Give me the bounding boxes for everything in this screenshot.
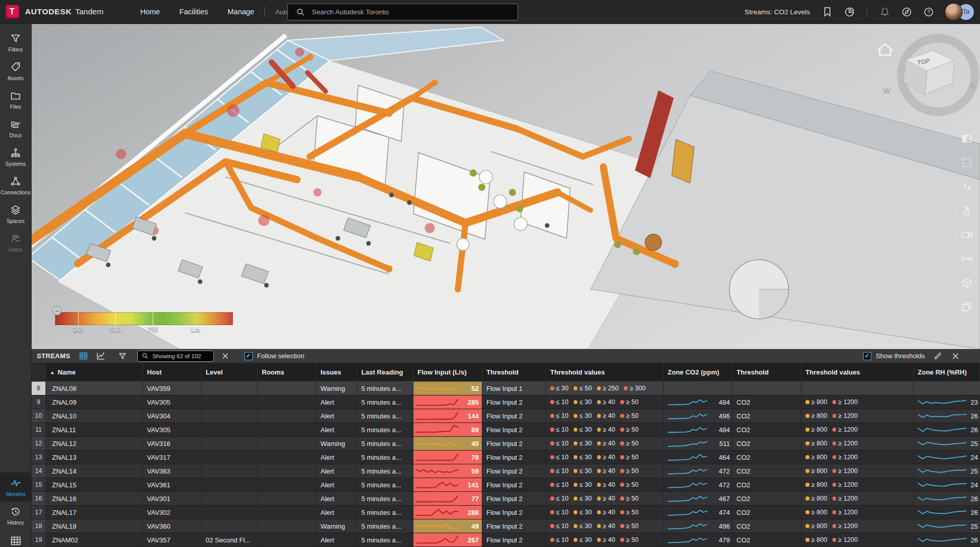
sidebar-item-filters[interactable]: Filters <box>0 28 31 57</box>
sidebar-item-table[interactable] <box>0 530 31 547</box>
pie-chart-icon[interactable] <box>844 6 855 17</box>
sort-asc-icon: ▲ <box>50 370 55 375</box>
legend-collapse-button[interactable]: – <box>52 306 62 315</box>
viewport-3d[interactable]: TOP W S – 265 510 755 L/s ◂ <box>32 24 980 349</box>
camera-button[interactable]: ◂ <box>960 228 973 241</box>
table-row[interactable]: 9 ZNAL09 VAV305 Alert 5 minutes a... 285… <box>32 395 980 409</box>
table-row[interactable]: 8 ZNAL08 VAV359 Warning 5 minutes a... 5… <box>32 382 980 395</box>
threshold-value: ≥ 800 <box>805 481 827 488</box>
measure-button[interactable] <box>960 252 973 265</box>
table-row[interactable]: 13 ZNAL13 VAV317 Alert 5 minutes a... 78… <box>32 451 980 464</box>
clear-search-button[interactable] <box>220 351 231 361</box>
cell-issues: Alert <box>316 533 357 546</box>
sidebar-item-history[interactable]: History <box>0 501 31 530</box>
threshold-dot-icon <box>574 510 578 514</box>
sparkline <box>415 493 458 504</box>
table-row[interactable]: 10 ZNAL10 VAV304 Alert 5 minutes a... 14… <box>32 409 980 423</box>
sidebar-item-streams[interactable]: Streams <box>0 473 31 501</box>
split-view-button[interactable] <box>960 132 973 145</box>
nav-facilities[interactable]: Facilities <box>179 8 208 16</box>
cell-host: VAV301 <box>143 492 202 505</box>
threshold-value: ≥ 40 <box>597 454 616 461</box>
levels-button[interactable] <box>960 300 973 313</box>
threshold-dot-icon <box>574 496 578 501</box>
chart-view-button[interactable] <box>95 351 106 361</box>
threshold-dot-icon <box>550 386 554 390</box>
filter-streams-button[interactable] <box>117 351 128 361</box>
cell-threshold-values: ≤ 10≤ 30≥ 40≥ 50 <box>546 423 664 436</box>
cell-co2-threshold-values: ≥ 800≥ 1200 <box>801 395 914 409</box>
table-row[interactable]: 11 ZNAL11 VAV305 Alert 5 minutes a... 89… <box>32 423 980 437</box>
threshold-dot-icon <box>597 538 601 542</box>
column-header-threshold-values[interactable]: Threshold values <box>546 363 664 381</box>
table-row[interactable]: 16 ZNAL16 VAV301 Alert 5 minutes a... 77… <box>32 492 980 506</box>
column-header-level[interactable]: Level <box>202 363 258 381</box>
cell-threshold-values: ≤ 10≤ 30≥ 40≥ 50 <box>546 464 664 478</box>
column-header-issues[interactable]: Issues <box>316 363 357 381</box>
flyout-arrow-icon: ◂ <box>954 233 956 237</box>
row-number: 17 <box>32 506 46 519</box>
legend-gradient-bar <box>55 312 233 325</box>
marquee-select-button[interactable] <box>960 156 973 169</box>
explore-compass-icon[interactable] <box>901 6 912 17</box>
table-row[interactable]: 14 ZNAL14 VAV363 Alert 5 minutes a... 59… <box>32 464 980 478</box>
sparkline <box>668 452 707 462</box>
column-header-threshold[interactable]: Threshold <box>732 363 801 381</box>
threshold-value: ≥ 1200 <box>832 481 858 488</box>
column-header-threshold[interactable]: Threshold <box>482 363 546 381</box>
cell-last-reading: 5 minutes a... <box>357 533 413 546</box>
column-header-name[interactable]: ▲Name <box>46 363 143 381</box>
orbit-tools-button[interactable] <box>960 180 973 193</box>
close-panel-button[interactable] <box>950 351 961 361</box>
column-header-zone-co2-ppm-[interactable]: Zone CO2 (ppm) <box>664 363 732 381</box>
edit-thresholds-button[interactable] <box>933 351 943 361</box>
table-row[interactable]: 17 ZNAL17 VAV302 Alert 5 minutes a... 28… <box>32 506 980 519</box>
cell-rooms <box>258 464 316 478</box>
sidebar-item-assets[interactable]: Assets <box>0 57 31 85</box>
help-icon[interactable]: ? <box>923 6 934 17</box>
table-row[interactable]: 19 ZNAM02 VAV357 02 Second Fl... Alert 5… <box>32 533 980 547</box>
threshold-dot-icon <box>597 428 601 432</box>
threshold-value: ≥ 800 <box>805 523 827 530</box>
streams-search-input[interactable]: Showing 62 of 102 <box>137 351 214 362</box>
sidebar-item-spaces[interactable]: Spaces <box>0 200 31 228</box>
table-row[interactable]: 12 ZNAL12 VAV316 Warning 5 minutes a... … <box>32 437 980 451</box>
column-header-rooms[interactable]: Rooms <box>258 363 316 381</box>
threshold-dot-icon <box>574 414 578 418</box>
tandem-logo[interactable]: T <box>5 5 19 19</box>
column-header-zone-rh-rh-[interactable]: Zone RH (%RH) <box>914 363 980 381</box>
column-header-host[interactable]: Host <box>143 363 202 381</box>
threshold-value: ≥ 300 <box>624 385 646 392</box>
cell-issues: Alert <box>316 464 357 478</box>
sidebar-item-docs[interactable]: Docs <box>0 114 31 142</box>
nav-home[interactable]: Home <box>140 8 160 16</box>
search-input[interactable]: Search Autodesk Toronto <box>287 4 518 20</box>
threshold-dot-icon <box>597 496 601 501</box>
column-header-last-reading[interactable]: Last Reading <box>357 363 413 381</box>
sidebar-item-users[interactable]: Users <box>0 228 31 257</box>
sparkline <box>415 425 458 435</box>
show-thresholds-checkbox[interactable]: ✓ <box>863 352 871 360</box>
bookmark-icon[interactable] <box>822 6 833 17</box>
user-avatar[interactable] <box>945 3 963 21</box>
column-header-threshold-values[interactable]: Threshold values <box>801 363 914 381</box>
table-row[interactable]: 15 ZNAL15 VAV361 Alert 5 minutes a... 14… <box>32 478 980 492</box>
nav-manage[interactable]: Manage <box>228 8 254 16</box>
threshold-dot-icon <box>832 469 837 473</box>
table-row[interactable]: 18 ZNAL18 VAV360 Warning 5 minutes a... … <box>32 519 980 533</box>
notifications-bell-icon[interactable] <box>879 6 890 17</box>
cell-co2-threshold-values: ≥ 800≥ 1200 <box>801 437 914 450</box>
sidebar-item-files[interactable]: Files <box>0 85 31 114</box>
first-person-button[interactable]: ◂ <box>960 204 973 217</box>
sparkline <box>918 493 967 504</box>
table-view-button[interactable] <box>79 351 89 361</box>
table-header-row: ▲NameHostLevelRoomsIssuesLast ReadingFlo… <box>32 363 980 382</box>
sidebar-item-connections[interactable]: Connections <box>0 171 31 200</box>
follow-selection-checkbox[interactable]: ✓ <box>244 352 253 360</box>
sidebar-item-systems[interactable]: Systems <box>0 142 31 171</box>
heatmap-legend: – 265 510 755 L/s <box>55 312 233 335</box>
cell-name: ZNAL08 <box>46 382 143 395</box>
column-header-flow-input-l-s-[interactable]: Flow Input (L/s) <box>413 363 482 381</box>
section-box-button[interactable] <box>960 276 973 289</box>
cell-co2-threshold-values: ≥ 800≥ 1200 <box>801 423 914 436</box>
